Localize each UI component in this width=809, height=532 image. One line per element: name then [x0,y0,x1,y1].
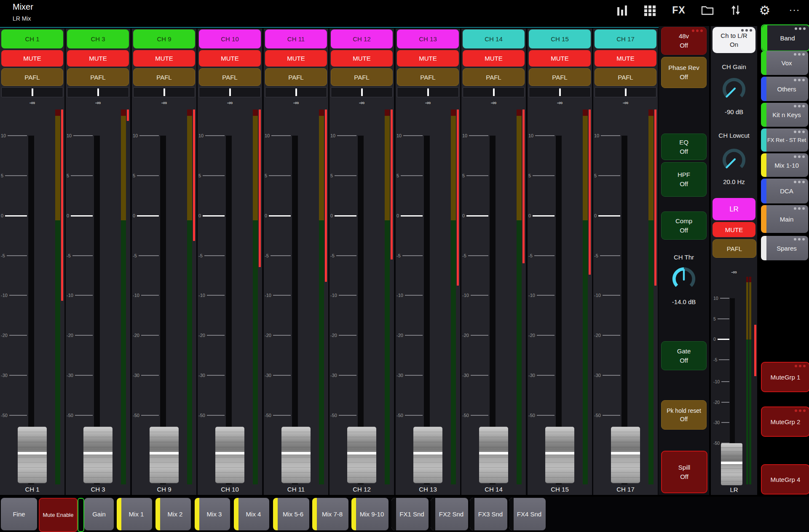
sort-arrows-icon[interactable] [728,3,743,17]
pafl-button[interactable]: PAFL [199,68,261,86]
fader-handle[interactable] [413,427,442,483]
settings-icon[interactable]: ⚙ [757,3,773,17]
bank-button-fine[interactable]: Fine [1,498,37,530]
gate-button[interactable]: Gate Off [661,341,707,370]
hpf-button[interactable]: HPF Off [661,162,707,197]
fader-handle[interactable] [479,427,508,483]
pan-slider[interactable] [331,87,393,97]
comp-button[interactable]: Comp Off [661,211,707,240]
meters-icon[interactable] [615,3,630,17]
mute-button[interactable]: MUTE [265,50,327,67]
pan-slider[interactable] [199,87,261,97]
group-tab-kit-n-keys[interactable]: Kit n Keys [761,103,808,127]
pan-slider[interactable] [1,87,63,97]
channel-select-button[interactable]: CH 15 [529,29,591,48]
group-tab-fx-ret-st-ret[interactable]: FX Ret - ST Ret [761,128,808,152]
pan-slider[interactable] [595,87,656,97]
bank-button-fx2-snd[interactable]: FX2 Snd [431,498,468,530]
lr-assign-button[interactable]: LR [713,198,755,220]
pk-hold-reset-button[interactable]: Pk hold reset Off [661,400,707,430]
mute-button[interactable]: MUTE [397,50,459,67]
channel-select-button[interactable]: CH 9 [133,29,195,48]
bank-button-fx1-snd[interactable]: FX1 Snd [391,498,429,530]
mute-button[interactable]: MUTE [529,50,591,67]
mute-group-button-mutegrp-1[interactable]: MuteGrp 1 [761,362,809,392]
fader-handle[interactable] [347,427,376,483]
mute-button[interactable]: MUTE [463,50,525,67]
mute-group-button-mutegrp-4[interactable]: MuteGrp 4 [761,464,809,495]
pan-slider[interactable] [133,87,195,97]
gain-knob[interactable] [721,76,747,104]
pan-slider[interactable] [529,87,591,97]
group-tab-main[interactable]: Main [761,205,808,233]
bank-button-mix-3[interactable]: Mix 3 [195,498,230,530]
group-tab-mix-1-10[interactable]: Mix 1-10 [761,153,808,177]
group-tab-vox[interactable]: Vox [761,51,808,75]
channel-select-button[interactable]: CH 17 [595,29,656,48]
pan-slider[interactable] [265,87,327,97]
pafl-button[interactable]: PAFL [67,68,129,86]
mute-button[interactable]: MUTE [199,50,261,67]
bank-button-mute-enable[interactable]: Mute Enable [39,498,78,532]
lr-pafl-button[interactable]: PAFL [713,239,756,258]
folder-icon[interactable] [699,3,715,17]
pafl-button[interactable]: PAFL [331,68,393,86]
pafl-button[interactable]: PAFL [265,68,327,86]
mute-button[interactable]: MUTE [595,50,656,67]
mute-group-button-mutegrp-2[interactable]: MuteGrp 2 [761,406,809,437]
pafl-button[interactable]: PAFL [133,68,195,86]
eq-button[interactable]: EQ Off [661,134,707,160]
group-tab-dca[interactable]: DCA [761,179,808,203]
group-tab-band[interactable]: Band [761,24,809,51]
bank-button-mix-2[interactable]: Mix 2 [155,498,191,530]
channel-select-button[interactable]: CH 14 [463,29,525,48]
channel-select-button[interactable]: CH 3 [67,29,129,48]
pan-slider[interactable] [463,87,525,97]
group-tab-spares[interactable]: Spares [761,236,808,260]
mute-button[interactable]: MUTE [67,50,129,67]
more-icon[interactable]: ... [786,1,803,14]
mute-button[interactable]: MUTE [331,50,393,67]
phantom-power-button[interactable]: 48v Off [661,27,707,55]
fader-handle[interactable] [150,427,179,483]
channel-select-button[interactable]: CH 11 [265,29,327,48]
channel-select-button[interactable]: CH 1 [1,29,63,48]
bank-button-mix-9-10[interactable]: Mix 9-10 [351,498,388,530]
bank-button-mix-5-6[interactable]: Mix 5-6 [273,498,309,530]
channel-select-button[interactable]: CH 12 [331,29,393,48]
pan-slider[interactable] [67,87,129,97]
pan-slider[interactable] [397,87,459,97]
spill-button[interactable]: Spill Off [661,451,707,493]
lr-fader-handle[interactable] [721,443,742,485]
group-tab-others[interactable]: Others [761,77,808,101]
bank-button-mix-4[interactable]: Mix 4 [234,498,269,530]
bank-button-mix-1[interactable]: Mix 1 [117,498,152,530]
lowcut-knob[interactable] [721,147,747,175]
gain-bank-indicator[interactable] [78,498,84,532]
thr-knob[interactable] [671,266,697,294]
channel-select-button[interactable]: CH 10 [199,29,261,48]
channel-select-button[interactable]: CH 13 [397,29,459,48]
fader-handle[interactable] [281,427,311,483]
fader-handle[interactable] [611,427,640,483]
bank-button-gain[interactable]: Gain [84,498,114,530]
bank-button-fx3-snd[interactable]: FX3 Snd [470,498,507,530]
pafl-button[interactable]: PAFL [1,68,63,86]
pafl-button[interactable]: PAFL [595,68,656,86]
fader-handle[interactable] [83,427,113,483]
fader-handle[interactable] [18,427,47,483]
bank-button-mix-7-8[interactable]: Mix 7-8 [312,498,348,530]
mute-button[interactable]: MUTE [133,50,195,67]
mute-button[interactable]: MUTE [1,50,63,67]
pafl-button[interactable]: PAFL [397,68,459,86]
phase-rev-button[interactable]: Phase Rev Off [661,57,707,88]
fader-handle[interactable] [215,427,244,483]
pafl-button[interactable]: PAFL [463,68,525,86]
fader-handle[interactable] [545,427,574,483]
ch-to-lr-button[interactable]: Ch to L/R On [713,27,755,53]
fx-icon[interactable]: FX [670,3,688,17]
lr-mute-button[interactable]: MUTE [713,222,755,237]
bank-button-fx4-snd[interactable]: FX4 Snd [509,498,546,530]
grid-icon[interactable] [642,3,657,17]
pafl-button[interactable]: PAFL [529,68,591,86]
